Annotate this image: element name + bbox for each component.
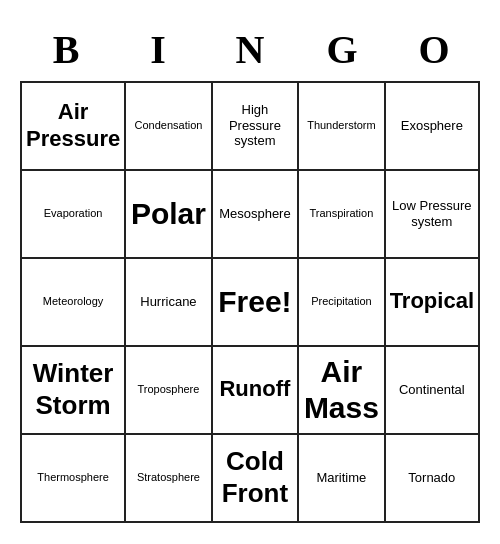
cell-text: Evaporation	[44, 207, 103, 220]
cell-text: Tornado	[408, 470, 455, 486]
cell-r3-c2: Runoff	[213, 347, 299, 435]
cell-r0-c2: High Pressure system	[213, 83, 299, 171]
header-letter: I	[112, 22, 204, 77]
cell-r3-c1: Troposphere	[126, 347, 212, 435]
cell-r4-c1: Stratosphere	[126, 435, 212, 523]
cell-r1-c1: Polar	[126, 171, 212, 259]
cell-text: Tropical	[390, 288, 474, 314]
cell-r2-c1: Hurricane	[126, 259, 212, 347]
header-letter: G	[296, 22, 388, 77]
cell-text: Low Pressure system	[390, 198, 474, 229]
bingo-header: BINGO	[20, 22, 480, 77]
header-letter: N	[204, 22, 296, 77]
cell-text: Thermosphere	[37, 471, 109, 484]
cell-r4-c4: Tornado	[386, 435, 480, 523]
cell-text: Polar	[131, 196, 206, 232]
bingo-card: BINGO Air PressureCondensationHigh Press…	[10, 12, 490, 533]
cell-text: Stratosphere	[137, 471, 200, 484]
cell-r1-c4: Low Pressure system	[386, 171, 480, 259]
cell-text: Winter Storm	[26, 358, 120, 420]
cell-r1-c2: Mesosphere	[213, 171, 299, 259]
cell-text: Continental	[399, 382, 465, 398]
cell-r4-c3: Maritime	[299, 435, 385, 523]
cell-r1-c0: Evaporation	[22, 171, 126, 259]
cell-text: Precipitation	[311, 295, 372, 308]
cell-text: High Pressure system	[217, 102, 293, 149]
cell-r3-c0: Winter Storm	[22, 347, 126, 435]
cell-text: Air Mass	[303, 354, 379, 426]
cell-text: Transpiration	[310, 207, 374, 220]
cell-r2-c3: Precipitation	[299, 259, 385, 347]
cell-text: Free!	[218, 284, 291, 320]
bingo-grid: Air PressureCondensationHigh Pressure sy…	[20, 81, 480, 523]
cell-text: Mesosphere	[219, 206, 291, 222]
cell-r2-c4: Tropical	[386, 259, 480, 347]
cell-text: Condensation	[134, 119, 202, 132]
cell-r2-c0: Meteorology	[22, 259, 126, 347]
cell-r0-c1: Condensation	[126, 83, 212, 171]
cell-text: Meteorology	[43, 295, 104, 308]
cell-text: Hurricane	[140, 294, 196, 310]
cell-text: Cold Front	[217, 446, 293, 508]
cell-text: Troposphere	[137, 383, 199, 396]
cell-text: Maritime	[316, 470, 366, 486]
cell-r3-c3: Air Mass	[299, 347, 385, 435]
cell-text: Exosphere	[401, 118, 463, 134]
cell-text: Runoff	[219, 376, 290, 402]
cell-text: Air Pressure	[26, 99, 120, 152]
cell-r1-c3: Transpiration	[299, 171, 385, 259]
cell-r4-c0: Thermosphere	[22, 435, 126, 523]
cell-r0-c0: Air Pressure	[22, 83, 126, 171]
cell-r4-c2: Cold Front	[213, 435, 299, 523]
cell-r2-c2: Free!	[213, 259, 299, 347]
cell-r0-c4: Exosphere	[386, 83, 480, 171]
cell-r0-c3: Thunderstorm	[299, 83, 385, 171]
header-letter: B	[20, 22, 112, 77]
cell-r3-c4: Continental	[386, 347, 480, 435]
cell-text: Thunderstorm	[307, 119, 375, 132]
header-letter: O	[388, 22, 480, 77]
